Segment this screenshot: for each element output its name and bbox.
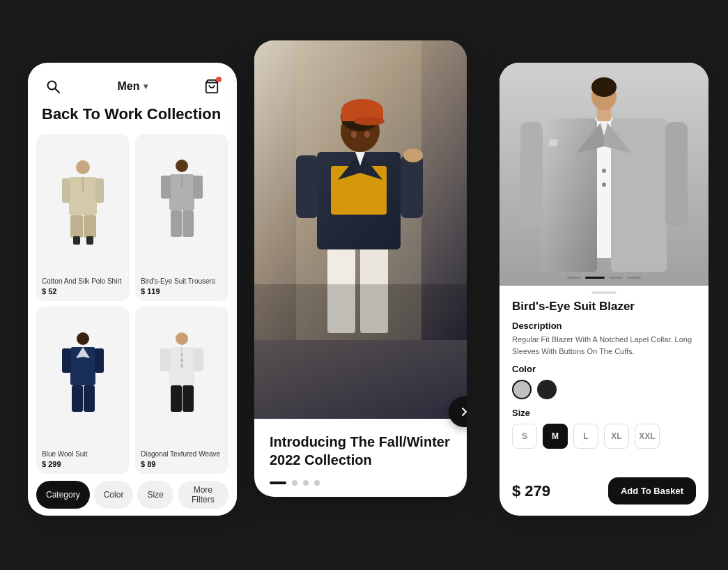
size-btn-s[interactable]: S (512, 424, 537, 449)
size-btn-xl[interactable]: XL (604, 424, 629, 449)
card-hero: Introducing The Fall/Winter 2022 Collect… (254, 40, 467, 497)
hero-dot-2[interactable] (292, 480, 297, 486)
product-name-trousers: Bird's-Eye Suit Trousers (141, 277, 223, 286)
size-options: S M L XL XXL (512, 424, 696, 449)
detail-dot-2[interactable] (585, 277, 605, 279)
svg-point-53 (351, 131, 357, 138)
hero-dot-4[interactable] (314, 480, 320, 486)
filter-category[interactable]: Category (36, 481, 90, 509)
card-product-list: Men ▾ Back To Work Collection (28, 63, 237, 516)
hero-image (254, 40, 467, 419)
svg-rect-11 (86, 236, 93, 245)
size-label: Size (512, 408, 696, 418)
svg-rect-9 (84, 215, 96, 238)
hero-bottom: Introducing The Fall/Winter 2022 Collect… (254, 419, 467, 497)
hero-dot-3[interactable] (303, 480, 309, 486)
description-text: Regular Fit Blazer With A Notched Lapel … (512, 334, 696, 357)
svg-rect-63 (520, 122, 543, 226)
nav-menu[interactable]: Men ▾ (118, 80, 148, 93)
detail-dot-3[interactable] (609, 277, 623, 279)
svg-rect-25 (84, 385, 95, 412)
svg-rect-22 (62, 348, 71, 373)
svg-point-47 (403, 148, 423, 162)
svg-point-54 (364, 131, 370, 138)
svg-point-12 (176, 160, 188, 172)
svg-point-31 (181, 365, 183, 367)
svg-rect-23 (95, 348, 104, 373)
add-basket-button[interactable]: Add To Basket (608, 477, 696, 504)
svg-rect-8 (70, 215, 83, 238)
size-btn-l[interactable]: L (573, 424, 598, 449)
product-image-bluesuit (36, 307, 130, 445)
detail-image (499, 63, 708, 286)
description-label: Description (512, 321, 696, 331)
product-price-whiteshirt: $ 89 (141, 460, 223, 468)
size-btn-m[interactable]: M (543, 424, 568, 449)
product-info-bluesuit: Blue Wool Suit $ 299 (36, 445, 130, 474)
product-card-whiteshirt[interactable]: Diagonal Textured Weave $ 89 (135, 307, 229, 474)
detail-dot-4[interactable] (627, 277, 641, 279)
collection-title: Back To Work Collection (28, 105, 237, 134)
svg-rect-32 (160, 348, 170, 371)
svg-line-1 (55, 88, 59, 93)
hero-pagination (270, 480, 451, 486)
svg-rect-6 (62, 178, 70, 203)
svg-point-66 (602, 183, 606, 187)
product-card-trousers[interactable]: Bird's-Eye Suit Trousers $ 119 (135, 134, 229, 301)
product-price-trousers: $ 119 (141, 287, 223, 295)
nav-men-label: Men (118, 80, 140, 93)
svg-point-29 (181, 354, 183, 356)
color-swatch-black[interactable] (537, 380, 557, 399)
product-name-bluesuit: Blue Wool Suit (42, 449, 124, 459)
svg-rect-10 (73, 236, 80, 245)
product-image-polo (36, 134, 130, 272)
detail-footer: $ 279 Add To Basket (499, 477, 708, 516)
svg-point-65 (602, 169, 606, 173)
color-options (512, 380, 696, 399)
product-price-polo: $ 52 (42, 287, 124, 295)
cart-badge (216, 77, 222, 82)
svg-point-30 (181, 360, 183, 362)
detail-product-name: Bird's-Eye Suit Blazer (512, 300, 696, 314)
detail-price: $ 279 (512, 482, 550, 500)
svg-rect-16 (193, 176, 203, 199)
svg-rect-24 (72, 385, 83, 412)
detail-content: Bird's-Eye Suit Blazer Description Regul… (499, 300, 708, 477)
svg-point-69 (591, 77, 617, 97)
product-image-trousers (135, 134, 229, 272)
filter-bar: Category Color Size More Filters (28, 474, 237, 516)
svg-rect-64 (665, 122, 688, 226)
filter-more[interactable]: More Filters (178, 481, 229, 509)
detail-image-dots (567, 277, 641, 279)
product-info-polo: Cotton And Silk Polo Shirt $ 52 (36, 272, 130, 301)
svg-rect-15 (161, 176, 171, 199)
cart-icon[interactable] (201, 75, 223, 98)
filter-color[interactable]: Color (94, 481, 134, 509)
svg-point-26 (176, 332, 188, 345)
color-label: Color (512, 364, 696, 374)
card-product-detail: Bird's-Eye Suit Blazer Description Regul… (499, 63, 708, 516)
svg-rect-46 (401, 155, 423, 218)
svg-rect-33 (194, 348, 203, 371)
filter-size[interactable]: Size (137, 481, 173, 509)
svg-rect-35 (183, 385, 194, 412)
hero-dot-1[interactable] (270, 482, 286, 484)
product-image-whiteshirt (135, 307, 229, 445)
list-header: Men ▾ (28, 63, 237, 105)
svg-rect-18 (183, 210, 194, 237)
product-card-polo[interactable]: Cotton And Silk Polo Shirt $ 52 (36, 134, 130, 301)
svg-marker-70 (548, 139, 558, 146)
svg-rect-45 (296, 155, 318, 218)
product-card-bluesuit[interactable]: Blue Wool Suit $ 299 (36, 307, 130, 474)
svg-point-52 (354, 117, 385, 125)
search-icon[interactable] (42, 75, 64, 98)
svg-rect-34 (171, 385, 182, 412)
detail-dot-1[interactable] (567, 277, 581, 279)
product-info-whiteshirt: Diagonal Textured Weave $ 89 (135, 445, 229, 474)
color-swatch-gray[interactable] (512, 380, 532, 399)
product-info-trousers: Bird's-Eye Suit Trousers $ 119 (135, 272, 229, 301)
product-name-whiteshirt: Diagonal Textured Weave (141, 449, 223, 459)
size-btn-xxl[interactable]: XXL (635, 424, 660, 449)
product-price-bluesuit: $ 299 (42, 460, 124, 468)
svg-rect-7 (95, 178, 104, 203)
